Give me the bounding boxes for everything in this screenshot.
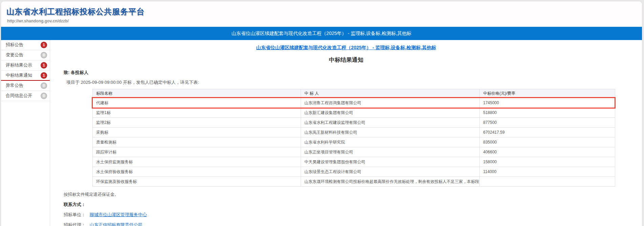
section-cell: 代建标 <box>93 98 301 108</box>
agency-label: 招标代理： <box>64 222 86 226</box>
sidebar-item-evaluation-result[interactable]: 评标结果公示 1 <box>1 60 50 71</box>
project-link-row: 山东省位山灌区续建配套与现代化改造工程（2025年） - 监理标,设备标,检测标… <box>50 44 642 51</box>
price-cell: 406600 <box>480 147 615 157</box>
price-cell: 158000 <box>480 157 615 167</box>
tenderer-label: 招标单位： <box>64 212 86 217</box>
sidebar-item-award-result[interactable]: 中标结果通知 1 <box>1 71 50 81</box>
count-badge: 1 <box>41 42 47 48</box>
section-cell: 监理2标 <box>93 118 301 128</box>
sidebar-nav: 招标公告 1 变更公告 0 评标结果公示 1 中标结果通知 1 异常公告 0 合… <box>1 40 50 226</box>
winner-cell: 山东省水利科学研究院 <box>301 137 480 147</box>
project-title-link[interactable]: 山东省位山灌区续建配套与现代化改造工程（2025年） - 监理标,设备标,检测标… <box>256 45 436 50</box>
winner-cell: 中天昊建设管理集团股份有限公司 <box>301 157 480 167</box>
table-row: 监理1标 山东新汇建设集团有限公司 518800 <box>93 108 615 118</box>
winner-cell: 山东润鲁工程咨询集团有限公司 <box>301 98 480 108</box>
contact-heading: 联系方式： <box>64 202 642 208</box>
price-cell: 1745000 <box>480 98 615 108</box>
count-badge: 0 <box>41 93 47 99</box>
project-banner: 山东省位山灌区续建配套与现代化改造工程（2025年） - 监理标,设备标,检测标… <box>1 27 642 40</box>
sidebar-item-tender-announcement[interactable]: 招标公告 1 <box>1 40 50 50</box>
price-cell: 518800 <box>480 108 615 118</box>
price-cell <box>480 177 615 187</box>
notice-title: 中标结果通知 <box>50 56 642 64</box>
sidebar-item-label: 合同信息公开 <box>6 93 32 98</box>
col-header-price: 中标价格(元)/费率 <box>480 89 615 98</box>
project-banner-title: 山东省位山灌区续建配套与现代化改造工程（2025年） - 监理标,设备标,检测标… <box>1 27 642 40</box>
winner-cell: 山东正坐项目管理有限公司 <box>301 147 480 157</box>
award-result-table: 标段名称 中 标 人 中标价格(元)/费率 代建标 山东润鲁工程咨询集团有限公司… <box>92 89 615 187</box>
winner-cell: 山东禹王新材料科技有限公司 <box>301 128 480 137</box>
price-cell: 877500 <box>480 118 615 128</box>
table-row: 环保监测及验收服务标 山东东晟环境检测有限公司投标价格超最高限价作无效标处理，剩… <box>93 177 615 187</box>
sidebar-item-contract-info[interactable]: 合同信息公开 0 <box>1 91 50 101</box>
count-badge: 0 <box>41 82 47 89</box>
col-header-winner: 中 标 人 <box>301 89 480 98</box>
table-header-row: 标段名称 中 标 人 中标价格(元)/费率 <box>93 89 615 98</box>
price-cell: 835000 <box>480 137 615 147</box>
sidebar-item-label: 评标结果公示 <box>6 62 32 68</box>
section-cell: 水土保持验收服务标 <box>93 167 301 177</box>
table-row: 监理2标 山东省水利工程建设监理有限公司 877500 <box>93 118 615 128</box>
winner-cell: 山东新汇建设集团有限公司 <box>301 108 480 118</box>
tenderer-line: 招标单位： 聊城市位山灌区管理服务中心 <box>64 212 642 218</box>
price-cell: 6702417.59 <box>480 128 615 137</box>
count-badge: 1 <box>41 72 47 79</box>
agency-link[interactable]: 山东正信招标有限责任公司 <box>90 222 143 226</box>
table-row: 跟踪审计标 山东正坐项目管理有限公司 406600 <box>93 147 615 157</box>
site-title: 山东省水利工程招标投标公共服务平台 <box>6 6 642 17</box>
site-url: http://wr.shandong.gov.cn/dzzb/ <box>7 19 642 23</box>
sidebar-item-label: 中标结果通知 <box>6 73 32 78</box>
section-cell: 跟踪审计标 <box>93 147 301 157</box>
section-cell: 监理1标 <box>93 108 301 118</box>
intro-text: 项目于 2025-09-09 09:00:00 开标，发包人已确定中标人，详见下… <box>66 79 642 86</box>
winner-cell: 山东东晟环境检测有限公司投标价格超最高限价作无效标处理，剩余有效投标人不足三家，… <box>301 177 480 187</box>
agency-line: 招标代理： 山东正信招标有限责任公司 <box>64 222 642 226</box>
sidebar-item-abnormal-announcement[interactable]: 异常公告 0 <box>1 81 50 91</box>
col-header-section: 标段名称 <box>93 89 301 98</box>
site-header: 山东省水利工程招标投标公共服务平台 http://wr.shandong.gov… <box>1 1 642 27</box>
sidebar-item-label: 变更公告 <box>6 52 23 57</box>
section-cell: 环保监测及验收服务标 <box>93 177 301 187</box>
sidebar-item-label: 异常公告 <box>6 83 23 88</box>
section-cell: 采购标 <box>93 128 301 137</box>
winner-cell: 山东省水利工程建设监理有限公司 <box>301 118 480 128</box>
sidebar-item-label: 招标公告 <box>6 42 23 47</box>
count-badge: 0 <box>41 52 47 58</box>
section-cell: 质量检测标 <box>93 137 301 147</box>
salutation-text: 致: 各投标人 <box>64 70 642 76</box>
award-table-wrap: 标段名称 中 标 人 中标价格(元)/费率 代建标 山东润鲁工程咨询集团有限公司… <box>92 89 615 187</box>
page: 山东省水利工程招标投标公共服务平台 http://wr.shandong.gov… <box>0 0 644 226</box>
sidebar-item-change-announcement[interactable]: 变更公告 0 <box>1 50 50 60</box>
winner-cell: 山东绿景生态工程设计有限公司 <box>301 167 480 177</box>
table-row: 水土保持监测服务标 中天昊建设管理集团股份有限公司 158000 <box>93 157 615 167</box>
main-card: 山东省水利工程招标投标公共服务平台 http://wr.shandong.gov… <box>1 1 642 226</box>
table-row: 水土保持验收服务标 山东绿景生态工程设计有限公司 114000 <box>93 167 615 177</box>
table-row: 采购标 山东禹王新材料科技有限公司 6702417.59 <box>93 128 615 137</box>
table-row: 质量检测标 山东省水利科学研究院 835000 <box>93 137 615 147</box>
section-cell: 水土保持监测服务标 <box>93 157 301 167</box>
table-row: 代建标 山东润鲁工程咨询集团有限公司 1745000 <box>93 98 615 108</box>
count-badge: 1 <box>41 62 47 69</box>
deposit-note: 按招标文件规定退还保证金。 <box>64 192 642 197</box>
tenderer-link[interactable]: 聊城市位山灌区管理服务中心 <box>90 212 147 217</box>
price-cell: 114000 <box>480 167 615 177</box>
notice-content: 山东省位山灌区续建配套与现代化改造工程（2025年） - 监理标,设备标,检测标… <box>50 40 642 226</box>
